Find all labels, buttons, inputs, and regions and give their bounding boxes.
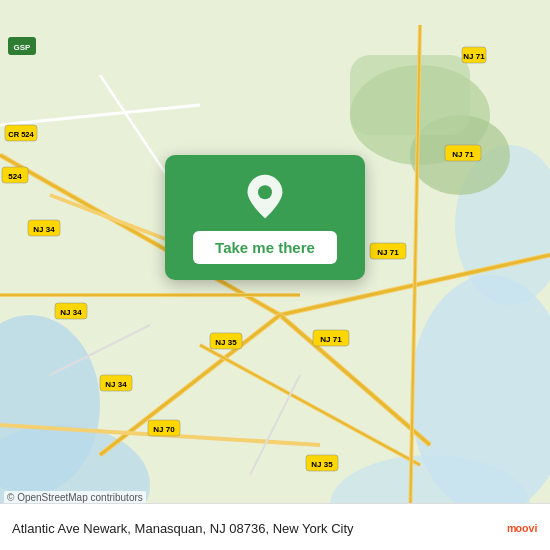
svg-text:NJ 35: NJ 35 (215, 338, 237, 347)
svg-text:GSP: GSP (14, 43, 32, 52)
moovit-logo-icon: m oovit (506, 512, 538, 544)
svg-text:NJ 35: NJ 35 (311, 460, 333, 469)
action-card: Take me there (165, 155, 365, 280)
svg-text:NJ 71: NJ 71 (320, 335, 342, 344)
svg-text:NJ 71: NJ 71 (377, 248, 399, 257)
bottom-bar: Atlantic Ave Newark, Manasquan, NJ 08736… (0, 503, 550, 550)
svg-text:NJ 70: NJ 70 (153, 425, 175, 434)
map-container: GSP CR 524 NJ 71 524 NJ 71 NJ 34 NJ 71 N… (0, 0, 550, 550)
svg-text:NJ 34: NJ 34 (60, 308, 82, 317)
svg-rect-8 (350, 55, 470, 135)
svg-text:NJ 71: NJ 71 (463, 52, 485, 61)
svg-text:CR 524: CR 524 (8, 130, 34, 139)
svg-text:oovit: oovit (516, 522, 538, 534)
svg-point-55 (258, 185, 272, 199)
moovit-logo: m oovit (506, 512, 538, 544)
address-text: Atlantic Ave Newark, Manasquan, NJ 08736… (12, 521, 496, 536)
svg-text:NJ 34: NJ 34 (33, 225, 55, 234)
take-me-there-button[interactable]: Take me there (193, 231, 337, 264)
svg-text:NJ 34: NJ 34 (105, 380, 127, 389)
svg-text:NJ 71: NJ 71 (452, 150, 474, 159)
svg-text:524: 524 (8, 172, 22, 181)
location-pin-icon (241, 173, 289, 221)
